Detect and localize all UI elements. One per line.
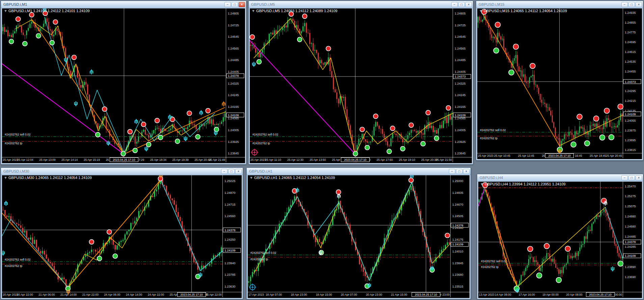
close-button[interactable]: ×: [239, 2, 245, 7]
chart-window-h4[interactable]: GBPUSD.i,H4−□×#24202762 sell 0.02#242027…: [477, 174, 643, 299]
svg-text:1.24805: 1.24805: [228, 12, 239, 15]
svg-text:1.24109: 1.24109: [224, 249, 236, 252]
titlebar[interactable]: GBPUSD.i,M1−□×: [1, 1, 246, 8]
buy-signal: [387, 149, 392, 154]
zigzag-layer: [2, 180, 222, 288]
svg-text:2023.04.25 17:10: 2023.04.25 17:10: [113, 158, 135, 161]
price-axis[interactable]: 1.254701.252751.250751.248801.246801.244…: [623, 185, 641, 279]
restore-button[interactable]: □: [628, 175, 635, 180]
titlebar[interactable]: GBPUSD.i,H4−□×: [477, 174, 643, 181]
chart-window-h1[interactable]: GBPUSD.i,H1−□×#24202762 sell 0.02#242027…: [246, 168, 471, 299]
svg-text:1.24695: 1.24695: [625, 40, 636, 44]
close-button[interactable]: ×: [463, 169, 469, 174]
chart-window-m15[interactable]: GBPUSD.i,M15−□×#24202762 sell 0.02#24202…: [476, 1, 643, 160]
ea-status-icon[interactable]: [249, 283, 256, 291]
window-title: GBPUSD.i,M30: [3, 169, 221, 173]
chart-canvas[interactable]: #24202762 sell 0.02#24202762 tpψψψ1.2547…: [478, 182, 642, 298]
chart-canvas[interactable]: #24202762 sell 0.02#24202762 tpψψψψψψψψψ…: [2, 8, 245, 163]
close-button[interactable]: ×: [636, 175, 642, 180]
svg-text:1.24378: 1.24378: [625, 240, 636, 244]
minimize-button[interactable]: −: [449, 169, 455, 174]
titlebar[interactable]: GBPUSD.i,M15−□×: [476, 1, 643, 8]
sell-signal: [565, 246, 570, 251]
titlebar[interactable]: GBPUSD.i,M30−□×: [1, 168, 243, 175]
ea-status-icon[interactable]: [251, 149, 258, 156]
svg-text:1.23785: 1.23785: [224, 273, 236, 276]
close-button[interactable]: ×: [235, 169, 242, 174]
trident-down-icon: ψ: [199, 110, 203, 116]
time-axis[interactable]: 17 Apr 202318 Apr 07:0018 Apr 23:0019 Ap…: [248, 293, 450, 297]
price-axis[interactable]: 1.250001.248351.246701.245051.243401.241…: [451, 179, 468, 288]
minimize-button[interactable]: −: [621, 175, 628, 180]
svg-text:25 Apr 12:30: 25 Apr 12:30: [287, 158, 303, 161]
sell-signal: [141, 122, 146, 127]
chart-window-m5[interactable]: GBPUSD.i,M5−□×#24202762 sell 0.02#242027…: [248, 1, 473, 164]
sell-signal: [409, 123, 413, 127]
time-axis[interactable]: 20 Apr 202320 Apr 22:0021 Apr 06:0021 Ap…: [3, 293, 222, 297]
window-title: GBPUSD.i,H4: [480, 176, 621, 180]
buy-signal: [584, 141, 590, 146]
svg-text:1.23845: 1.23845: [455, 152, 466, 155]
minimize-button[interactable]: −: [451, 2, 458, 7]
titlebar[interactable]: GBPUSD.i,M5−□×: [249, 1, 473, 8]
chart-window-m1[interactable]: GBPUSD.i,M1−□×#24202762 sell 0.02#242027…: [1, 1, 246, 164]
zigzag-layer: [483, 14, 623, 146]
svg-text:24 Apr 14:00: 24 Apr 14:00: [126, 293, 142, 296]
svg-text:19 Apr 00:00: 19 Apr 00:00: [542, 293, 559, 296]
svg-text:1.24935: 1.24935: [625, 11, 636, 14]
chart-svg-m1: #24202762 sell 0.02#24202762 tpψψψψψψψψψ…: [2, 8, 245, 162]
time-axis[interactable]: 13 Apr 202314 Apr 08:0017 Apr 16:0019 Ap…: [479, 293, 622, 297]
svg-text:1.24485: 1.24485: [625, 235, 636, 238]
restore-button[interactable]: □: [456, 169, 462, 174]
tp-order-label: #24202762 tp: [480, 137, 498, 140]
trident-arrows-layer: ψψ: [252, 61, 357, 162]
chart-canvas[interactable]: #24202762 sell 0.02#24202762 tpψ1.249351…: [477, 8, 642, 159]
buy-signal: [365, 145, 370, 150]
svg-text:25 Apr 18:45: 25 Apr 18:45: [590, 154, 606, 157]
svg-text:1.23890: 1.23890: [625, 265, 636, 269]
sell-signal: [446, 106, 451, 110]
close-button[interactable]: ×: [636, 2, 642, 7]
window-controls: −□×: [221, 169, 242, 174]
chart-canvas[interactable]: #24202762 sell 0.02#24202762 tpψψ1.24805…: [250, 8, 472, 163]
price-axis[interactable]: 1.250251.248701.247151.245601.242501.239…: [223, 179, 241, 288]
svg-text:1.24485: 1.24485: [228, 58, 239, 62]
svg-text:25 Apr 15:19: 25 Apr 15:19: [84, 158, 100, 161]
svg-text:1.24245: 1.24245: [455, 93, 466, 97]
chart-canvas[interactable]: #24202762 sell 0.02#24202762 tpψψψψψψ1.2…: [248, 175, 469, 298]
trident-up-icon: ψ: [252, 61, 256, 67]
restore-button[interactable]: □: [232, 2, 238, 7]
price-axis[interactable]: 1.248051.247251.246451.245651.244851.244…: [226, 12, 244, 155]
svg-text:21 Apr 06:00: 21 Apr 06:00: [38, 293, 55, 296]
window-controls: −□×: [621, 2, 642, 7]
chart-canvas[interactable]: #24202762 sell 0.02#24202762 tpψψψψψ1.25…: [2, 175, 242, 298]
time-axis[interactable]: 25 Apr 202325 Apr 10:4525 Apr 12:4525 Ap…: [478, 154, 622, 158]
svg-text:1.23690: 1.23690: [625, 275, 636, 279]
minimize-button[interactable]: −: [621, 2, 628, 7]
time-axis[interactable]: 25 Apr 202325 Apr 11:1025 Apr 12:3025 Ap…: [250, 158, 452, 162]
svg-text:1.24295: 1.24295: [625, 89, 636, 93]
minimize-button[interactable]: −: [224, 2, 231, 7]
chart-window-m30[interactable]: GBPUSD.i,M30−□×#24202762 sell 0.02#24202…: [1, 168, 243, 299]
restore-button[interactable]: □: [458, 2, 465, 7]
time-axis[interactable]: 25 Apr 202325 Apr 12:0425 Apr 13:0925 Ap…: [3, 158, 225, 162]
svg-text:1.24005: 1.24005: [455, 128, 466, 132]
window-title: GBPUSD.i,H1: [249, 169, 449, 173]
svg-text:25 Apr 20:44: 25 Apr 20:44: [194, 158, 211, 161]
minimize-button[interactable]: −: [221, 169, 227, 174]
svg-text:24 Apr 06:00: 24 Apr 06:00: [104, 293, 120, 296]
close-button[interactable]: ×: [465, 2, 472, 7]
buy-signal: [434, 136, 439, 141]
svg-text:25 Apr 2023: 25 Apr 2023: [250, 158, 266, 161]
svg-text:13 Apr 2023: 13 Apr 2023: [479, 293, 494, 296]
chart-svg-m5: #24202762 sell 0.02#24202762 tpψψ1.24805…: [250, 8, 472, 162]
svg-text:1.24055: 1.24055: [625, 119, 636, 122]
restore-button[interactable]: □: [228, 169, 235, 174]
buy-signal: [113, 254, 117, 259]
sell-signal: [107, 230, 112, 234]
restore-button[interactable]: □: [628, 2, 635, 7]
svg-text:1.24373: 1.24373: [625, 80, 636, 84]
price-axis[interactable]: 1.249351.248551.247751.246951.246151.245…: [623, 11, 641, 152]
titlebar[interactable]: GBPUSD.i,H1−□×: [247, 168, 471, 175]
price-axis[interactable]: 1.248051.247251.246451.245651.244851.244…: [453, 12, 471, 155]
